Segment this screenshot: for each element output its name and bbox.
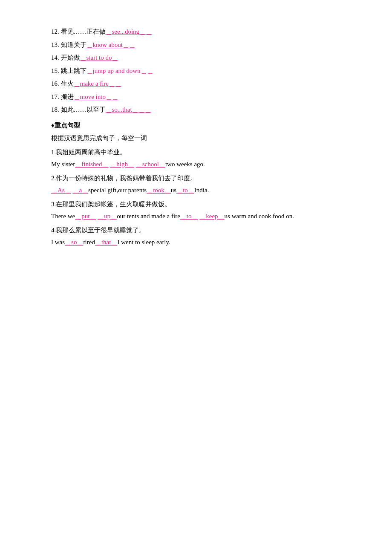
item-17: 17. 搬进＿move into＿＿: [51, 91, 341, 103]
exercise-2-en: ＿As＿ ＿a＿special gift,our parents＿took＿us…: [51, 184, 341, 197]
fill-so: ＿so＿: [65, 239, 83, 246]
phrase-list: 12. 看见……正在做＿see...doing＿＿ 13. 知道关于＿know …: [51, 26, 341, 116]
fill-took: ＿took＿: [147, 187, 171, 194]
fill-school: ＿school＿: [136, 161, 165, 168]
item-17-phrase: ＿move into＿＿: [74, 93, 118, 100]
fill-to2: ＿to＿: [180, 213, 198, 220]
item-18: 18. 如此……以至于＿so...that＿＿＿: [51, 104, 341, 116]
item-15: 15. 跳上跳下＿jump up and down＿＿: [51, 65, 341, 77]
exercise-2-cn: 2.作为一份特殊的礼物，我爸妈带着我们去了印度。: [51, 172, 341, 185]
item-16-num: 16. 生火: [51, 80, 74, 87]
exercise-4-en: I was＿so＿tired＿that＿I went to sleep earl…: [51, 236, 341, 249]
item-16: 16. 生火＿make a fire＿＿: [51, 78, 341, 90]
item-12: 12. 看见……正在做＿see...doing＿＿: [51, 26, 341, 38]
exercise-4-cn: 4.我那么累以至于很早就睡觉了。: [51, 224, 341, 237]
item-18-num: 18. 如此……以至于: [51, 106, 106, 113]
item-14-phrase: ＿start to do＿: [80, 54, 118, 61]
item-16-phrase: ＿make a fire＿＿: [74, 80, 121, 87]
fill-high: ＿high＿: [110, 161, 134, 168]
exercise-1-cn: 1.我姐姐两周前高中毕业。: [51, 146, 341, 159]
item-17-num: 17. 搬进: [51, 93, 74, 100]
exercise-3-en: There we＿put＿ ＿up＿our tents and made a f…: [51, 210, 341, 223]
main-content: 12. 看见……正在做＿see...doing＿＿ 13. 知道关于＿know …: [51, 26, 341, 249]
fill-a: ＿a＿: [72, 187, 88, 194]
item-13-phrase: ＿know about＿＿: [86, 41, 135, 48]
item-15-num: 15. 跳上跳下: [51, 67, 86, 74]
fill-that: ＿that＿: [95, 239, 118, 246]
exercise-1-en: My sister＿finished＿ ＿high＿ ＿school＿two w…: [51, 158, 341, 171]
fill-as: ＿As＿: [51, 187, 71, 194]
fill-put: ＿put＿: [75, 213, 96, 220]
item-14: 14. 开始做＿start to do＿: [51, 52, 341, 64]
section-title: ♦重点句型: [51, 119, 341, 132]
fill-up: ＿up＿: [98, 213, 117, 220]
item-13-num: 13. 知道关于: [51, 41, 86, 48]
item-18-phrase: ＿so...that＿＿＿: [106, 106, 151, 113]
section-subtitle: 根据汉语意思完成句子，每空一词: [51, 132, 341, 145]
item-12-num: 12. 看见……正在做: [51, 28, 106, 35]
item-15-phrase: ＿jump up and down＿＿: [86, 67, 153, 74]
item-12-phrase: ＿see...doing＿＿: [106, 28, 153, 35]
fill-to: ＿to＿: [176, 187, 194, 194]
item-13: 13. 知道关于＿know about＿＿: [51, 39, 341, 51]
fill-keep: ＿keep＿: [199, 213, 224, 220]
item-14-num: 14. 开始做: [51, 54, 80, 61]
exercise-3-cn: 3.在那里我们架起帐篷，生火取暖并做饭。: [51, 198, 341, 211]
fill-finished: ＿finished＿: [75, 161, 108, 168]
